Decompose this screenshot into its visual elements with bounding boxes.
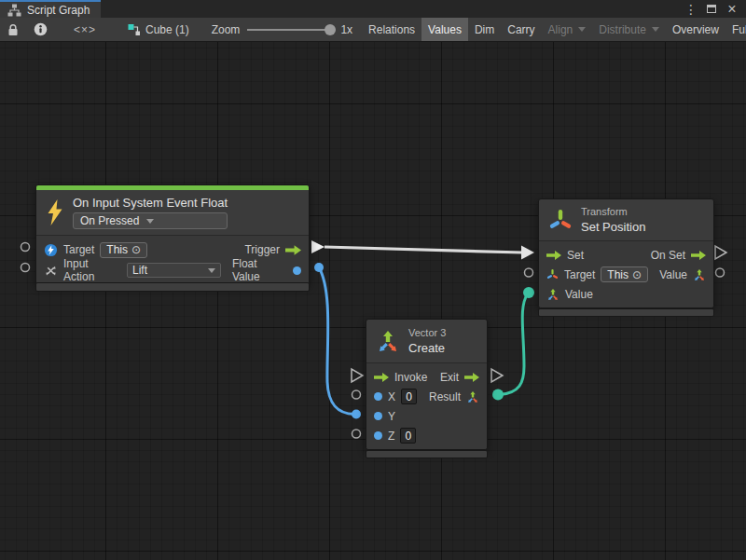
- close-icon[interactable]: ×: [724, 1, 740, 17]
- maximize-icon[interactable]: [703, 1, 720, 17]
- port-vector3-y-in[interactable]: [352, 410, 361, 419]
- z-port-dot[interactable]: [374, 431, 382, 440]
- target-object-field[interactable]: This ⊙: [100, 242, 147, 258]
- port-vector3-exit-out[interactable]: [491, 369, 503, 382]
- transform-title: Set Position: [581, 220, 645, 234]
- object-picker-icon[interactable]: ⊙: [632, 268, 642, 281]
- info-button[interactable]: [26, 18, 55, 41]
- input-action-value: Lift: [132, 264, 147, 277]
- align-label: Align: [548, 23, 573, 36]
- kebab-menu-icon[interactable]: ⋮: [683, 1, 699, 17]
- code-icon: <×>: [74, 23, 96, 36]
- exit-label: Exit: [440, 371, 459, 384]
- port-transform-value-out[interactable]: [716, 268, 725, 277]
- input-system-icon: [44, 243, 58, 257]
- flow-arrow-icon: [374, 373, 389, 382]
- transform-node-footer[interactable]: [538, 308, 714, 317]
- lock-button[interactable]: [0, 18, 26, 41]
- x-label: X: [388, 390, 395, 403]
- port-event-target-in[interactable]: [21, 243, 30, 252]
- graph-asset-icon: [128, 23, 142, 36]
- flow-arrow-icon: [691, 251, 706, 260]
- align-dropdown[interactable]: Align: [542, 18, 593, 41]
- wire-result-to-value[interactable]: [500, 294, 528, 395]
- overview-button[interactable]: Overview: [666, 18, 725, 41]
- carry-button[interactable]: Carry: [501, 18, 541, 41]
- value-out-label: Value: [659, 268, 687, 281]
- unity-visual-scripting-window: Script Graph ⋮ ×: [0, 0, 746, 560]
- z-value-input[interactable]: 0: [400, 428, 416, 444]
- invoke-label: Invoke: [394, 371, 427, 384]
- port-event-floatvalue-out[interactable]: [314, 263, 324, 272]
- float-value-port-dot[interactable]: [293, 266, 301, 275]
- vector3-icon: [376, 329, 400, 353]
- port-vector3-x-in[interactable]: [352, 390, 361, 399]
- dim-button[interactable]: Dim: [468, 18, 501, 41]
- port-vector3-result-out[interactable]: [492, 389, 504, 401]
- relations-button[interactable]: Relations: [362, 18, 421, 41]
- window-controls: ⋮ ×: [683, 0, 746, 18]
- object-picker-icon[interactable]: ⊙: [131, 243, 141, 256]
- event-node-header: On Input System Event Float On Pressed: [36, 190, 309, 235]
- wire-trigger-to-set[interactable]: [325, 247, 522, 253]
- event-mode-dropdown[interactable]: On Pressed: [73, 212, 228, 229]
- lightning-bolt-icon: [46, 199, 64, 225]
- port-vector3-invoke-in[interactable]: [352, 369, 363, 382]
- transform-node-header: Transform Set Position: [539, 199, 713, 240]
- chevron-down-icon: [208, 268, 215, 273]
- code-preview-button[interactable]: <×>: [55, 18, 115, 41]
- transform-target-label: Target: [564, 268, 595, 281]
- trigger-label: Trigger: [244, 243, 280, 256]
- port-event-inputaction-in[interactable]: [21, 264, 30, 272]
- zoom-slider-knob[interactable]: [325, 24, 336, 35]
- vector3-mini-icon: [466, 390, 479, 403]
- set-label: Set: [567, 249, 584, 262]
- event-node-title: On Input System Event Float: [73, 196, 228, 210]
- zoom-level-value: 1x: [340, 23, 352, 36]
- zoom-slider[interactable]: [247, 29, 333, 31]
- title-bar: Script Graph ⋮ ×: [0, 0, 746, 18]
- transform-icon: [548, 208, 573, 232]
- node-vector3-create[interactable]: Vector 3 Create Invoke Exit: [366, 319, 488, 450]
- port-transform-value-in[interactable]: [523, 287, 534, 298]
- transform-node-body: Set On Set Target: [539, 240, 713, 307]
- info-icon: [34, 22, 48, 36]
- x-port-dot[interactable]: [374, 392, 382, 401]
- event-node-footer[interactable]: [35, 282, 310, 292]
- tab-script-graph[interactable]: Script Graph: [0, 0, 101, 18]
- event-node-body: Target This ⊙ Trigger: [36, 235, 309, 284]
- values-button[interactable]: Values: [421, 18, 468, 41]
- tab-label: Script Graph: [27, 4, 90, 17]
- wire-floatvalue-to-y[interactable]: [319, 267, 354, 415]
- node-transform-set-position[interactable]: Transform Set Position Set On Set: [538, 198, 714, 308]
- y-port-dot[interactable]: [374, 412, 382, 420]
- vector3-mini-icon: [693, 268, 706, 281]
- transform-target-value: This: [607, 268, 629, 281]
- port-transform-onset-out[interactable]: [715, 246, 726, 259]
- x-value-input[interactable]: 0: [401, 389, 417, 404]
- graph-breadcrumb[interactable]: Cube (1): [115, 18, 202, 41]
- port-vector3-z-in[interactable]: [352, 430, 361, 438]
- y-label: Y: [388, 410, 395, 423]
- event-mode-label: On Pressed: [80, 214, 139, 227]
- vector3-node-footer[interactable]: [366, 450, 488, 458]
- graph-name-label: Cube (1): [145, 23, 189, 36]
- graph-canvas[interactable]: On Input System Event Float On Pressed: [0, 42, 746, 560]
- vector3-category: Vector 3: [408, 327, 446, 338]
- input-action-select[interactable]: Lift: [127, 263, 221, 278]
- vector3-node-body: Invoke Exit X 0 Result: [366, 362, 487, 449]
- node-on-input-system-event-float[interactable]: On Input System Event Float On Pressed: [35, 184, 310, 285]
- onset-label: On Set: [651, 249, 685, 262]
- port-event-trigger-out[interactable]: [311, 240, 325, 253]
- port-transform-target-in[interactable]: [525, 268, 533, 277]
- zoom-control: Zoom 1x: [202, 18, 362, 41]
- graph-toolbar: <×> Cube (1) Zoom 1x Relations Values: [0, 18, 746, 42]
- input-action-icon: [44, 264, 58, 278]
- transform-target-object-field[interactable]: This ⊙: [601, 266, 648, 282]
- value-in-label: Value: [565, 288, 593, 301]
- chevron-down-icon: [146, 219, 154, 224]
- script-graph-icon: [7, 4, 21, 17]
- distribute-dropdown[interactable]: Distribute: [592, 18, 666, 41]
- vector3-title: Create: [408, 341, 446, 355]
- fullscreen-button[interactable]: Full Screen: [725, 18, 746, 41]
